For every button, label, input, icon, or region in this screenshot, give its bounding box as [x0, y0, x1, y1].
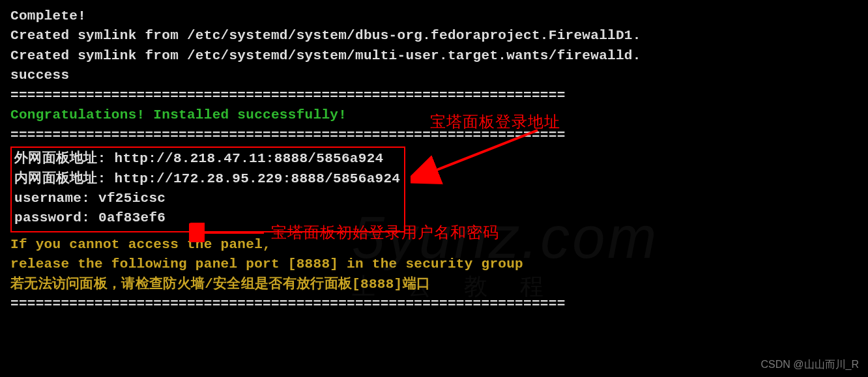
- arrow-icon: [411, 127, 554, 186]
- external-panel-address: 外网面板地址: http://8.218.47.11:8888/5856a924: [14, 149, 400, 169]
- annotation-text: 宝塔面板初始登录用户名和密码: [271, 221, 499, 244]
- terminal-line: Created symlink from /etc/systemd/system…: [10, 46, 858, 66]
- arrow-icon: [189, 223, 267, 242]
- annotation-credentials: 宝塔面板初始登录用户名和密码: [189, 221, 499, 244]
- panel-username: username: vf25icsc: [14, 189, 400, 208]
- svg-line-0: [430, 130, 538, 173]
- warning-line: 若无法访问面板，请检查防火墙/安全组是否有放行面板[8888]端口: [10, 275, 858, 294]
- csdn-watermark: CSDN @山山而川_R: [761, 357, 859, 372]
- separator-line: ========================================…: [10, 294, 858, 314]
- terminal-line: Complete!: [10, 7, 858, 26]
- warning-line: release the following panel port [8888] …: [10, 255, 858, 274]
- separator-line: ========================================…: [10, 86, 858, 105]
- internal-panel-address: 内网面板地址: http://172.28.95.229:8888/5856a9…: [14, 169, 400, 189]
- terminal-line: Created symlink from /etc/systemd/system…: [10, 26, 858, 46]
- terminal-line: success: [10, 66, 858, 85]
- credentials-box: 外网面板地址: http://8.218.47.11:8888/5856a924…: [10, 147, 405, 232]
